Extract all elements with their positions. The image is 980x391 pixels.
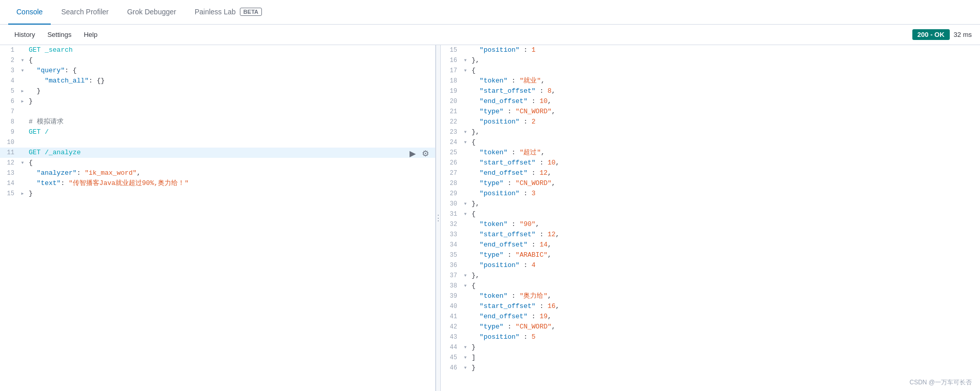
tab-painless-lab[interactable]: Painless Lab BETA bbox=[187, 0, 270, 25]
out-line-18: 18 "token" : "就业", bbox=[443, 76, 980, 86]
line-content-13: "analyzer": "ik_max_word", bbox=[27, 168, 435, 178]
out-line-24: 24 { bbox=[443, 137, 980, 148]
line-num-2: 2 bbox=[0, 55, 18, 66]
out-num-36: 36 bbox=[443, 260, 461, 271]
editor-line-15: 15 } bbox=[0, 189, 435, 199]
editor-line-4: 4 "match_all": {} bbox=[0, 76, 435, 86]
line-gutter-3[interactable] bbox=[18, 66, 27, 76]
out-gutter-17[interactable] bbox=[461, 66, 469, 76]
line-gutter-2[interactable] bbox=[18, 55, 27, 66]
run-button[interactable]: ▶ bbox=[407, 148, 418, 159]
out-content-39: "token" : "奥力给", bbox=[469, 291, 980, 301]
line-gutter-15[interactable] bbox=[18, 189, 27, 199]
out-line-16: 16 }, bbox=[443, 55, 980, 66]
editor-line-1: 1 GET _search bbox=[0, 45, 435, 55]
out-num-28: 28 bbox=[443, 178, 461, 189]
out-gutter-30[interactable] bbox=[461, 199, 469, 209]
nav-history[interactable]: History bbox=[8, 25, 41, 45]
line-content-8: # 模拟请求 bbox=[27, 117, 435, 127]
out-gutter-46[interactable] bbox=[461, 363, 469, 373]
out-content-20: "end_offset" : 10, bbox=[469, 96, 980, 107]
out-gutter-24[interactable] bbox=[461, 137, 469, 148]
out-num-39: 39 bbox=[443, 291, 461, 301]
line-num-8: 8 bbox=[0, 117, 18, 127]
out-gutter-31[interactable] bbox=[461, 209, 469, 219]
tools-button[interactable]: ⚙ bbox=[420, 148, 431, 159]
out-content-46: } bbox=[469, 363, 980, 373]
nav-help[interactable]: Help bbox=[77, 25, 104, 45]
out-content-34: "end_offset" : 14, bbox=[469, 240, 980, 250]
editor-line-11: 11 GET /_analyze ▶ ⚙ bbox=[0, 148, 435, 158]
out-line-27: 27 "end_offset" : 12, bbox=[443, 168, 980, 178]
out-content-45: ] bbox=[469, 353, 980, 363]
out-content-21: "type" : "CN_WORD", bbox=[469, 107, 980, 117]
line-num-13: 13 bbox=[0, 168, 18, 178]
out-num-40: 40 bbox=[443, 301, 461, 312]
out-line-42: 42 "type" : "CN_WORD", bbox=[443, 322, 980, 332]
out-num-43: 43 bbox=[443, 332, 461, 342]
editor-line-6: 6 } bbox=[0, 96, 435, 107]
out-content-17: { bbox=[469, 66, 980, 76]
editor-panel: 1 GET _search 2 { 3 "query": { 4 "ma bbox=[0, 45, 436, 391]
out-line-43: 43 "position" : 5 bbox=[443, 332, 980, 342]
editor-line-13: 13 "analyzer": "ik_max_word", bbox=[0, 168, 435, 178]
out-gutter-44[interactable] bbox=[461, 342, 469, 353]
out-line-35: 35 "type" : "ARABIC", bbox=[443, 250, 980, 260]
code-editor[interactable]: 1 GET _search 2 { 3 "query": { 4 "ma bbox=[0, 45, 435, 391]
out-num-37: 37 bbox=[443, 271, 461, 281]
out-content-26: "start_offset" : 10, bbox=[469, 158, 980, 168]
line-num-14: 14 bbox=[0, 178, 18, 189]
out-gutter-16[interactable] bbox=[461, 55, 469, 66]
out-content-37: }, bbox=[469, 271, 980, 281]
line-content-4: "match_all": {} bbox=[27, 76, 435, 86]
out-line-46: 46 } bbox=[443, 363, 980, 373]
out-content-19: "start_offset" : 8, bbox=[469, 86, 980, 96]
out-content-41: "end_offset" : 19, bbox=[469, 312, 980, 322]
out-num-27: 27 bbox=[443, 168, 461, 178]
out-num-24: 24 bbox=[443, 137, 461, 148]
out-content-28: "type" : "CN_WORD", bbox=[469, 178, 980, 189]
out-num-26: 26 bbox=[443, 158, 461, 168]
editor-line-9: 9 GET / bbox=[0, 127, 435, 137]
out-line-33: 33 "start_offset" : 12, bbox=[443, 230, 980, 240]
out-line-25: 25 "token" : "超过", bbox=[443, 148, 980, 158]
beta-badge: BETA bbox=[240, 8, 262, 16]
out-num-29: 29 bbox=[443, 189, 461, 199]
out-gutter-37[interactable] bbox=[461, 271, 469, 281]
nav-settings[interactable]: Settings bbox=[41, 25, 77, 45]
out-gutter-45[interactable] bbox=[461, 353, 469, 363]
output-panel[interactable]: 15 "position" : 1 16 }, 17 { 18 "token" … bbox=[441, 45, 980, 391]
out-line-21: 21 "type" : "CN_WORD", bbox=[443, 107, 980, 117]
status-time: 32 ms bbox=[954, 31, 972, 38]
out-num-17: 17 bbox=[443, 66, 461, 76]
out-num-15: 15 bbox=[443, 45, 461, 55]
out-line-17: 17 { bbox=[443, 66, 980, 76]
watermark: CSDN @一万车可长否 bbox=[909, 378, 972, 387]
out-content-22: "position" : 2 bbox=[469, 117, 980, 127]
out-num-35: 35 bbox=[443, 250, 461, 260]
out-content-35: "type" : "ARABIC", bbox=[469, 250, 980, 260]
out-line-29: 29 "position" : 3 bbox=[443, 189, 980, 199]
status-code: 200 - OK bbox=[912, 29, 950, 40]
panel-divider[interactable]: ⋮ bbox=[436, 45, 441, 391]
line-content-11: GET /_analyze bbox=[27, 148, 435, 158]
out-line-20: 20 "end_offset" : 10, bbox=[443, 96, 980, 107]
tab-grok-debugger[interactable]: Grok Debugger bbox=[119, 0, 185, 25]
out-content-44: } bbox=[469, 342, 980, 353]
line-gutter-5[interactable] bbox=[18, 86, 27, 96]
line-gutter-6[interactable] bbox=[18, 96, 27, 107]
line-num-7: 7 bbox=[0, 107, 18, 117]
out-line-26: 26 "start_offset" : 10, bbox=[443, 158, 980, 168]
line-num-12: 12 bbox=[0, 158, 18, 168]
secondary-nav: History Settings Help 200 - OK 32 ms bbox=[0, 25, 980, 45]
out-content-31: { bbox=[469, 209, 980, 219]
out-num-22: 22 bbox=[443, 117, 461, 127]
tab-search-profiler[interactable]: Search Profiler bbox=[53, 0, 117, 25]
tab-console[interactable]: Console bbox=[8, 0, 51, 25]
line-content-12: { bbox=[27, 158, 435, 168]
out-gutter-38[interactable] bbox=[461, 281, 469, 291]
line-num-5: 5 bbox=[0, 86, 18, 96]
line-content-9: GET / bbox=[27, 127, 435, 137]
line-gutter-12[interactable] bbox=[18, 158, 27, 168]
out-gutter-23[interactable] bbox=[461, 127, 469, 137]
